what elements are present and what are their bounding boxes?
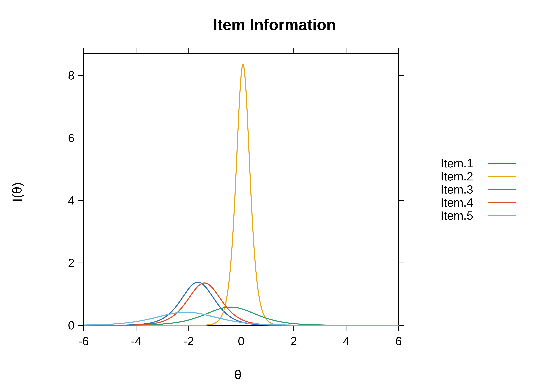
legend-swatch — [488, 176, 516, 177]
legend-swatch — [488, 189, 516, 190]
plot-area — [78, 48, 404, 331]
legend-swatch — [488, 215, 516, 216]
legend-label: Item.2 — [441, 170, 482, 183]
legend-item-1: Item.1 — [441, 157, 516, 170]
legend-label: Item.1 — [441, 157, 482, 170]
legend-item-3: Item.3 — [441, 183, 516, 196]
x-axis-label: θ — [234, 367, 242, 382]
x-tick-label: -4 — [131, 335, 141, 348]
series-line-2 — [84, 65, 399, 325]
plot-svg — [78, 48, 404, 331]
legend-label: Item.3 — [441, 183, 482, 196]
legend-swatch — [488, 163, 516, 164]
legend-item-4: Item.4 — [441, 196, 516, 209]
legend-label: Item.5 — [441, 209, 482, 222]
legend-item-2: Item.2 — [441, 170, 516, 183]
chart-title: Item Information — [0, 16, 549, 34]
x-tick-label: -6 — [78, 335, 89, 348]
legend: Item.1Item.2Item.3Item.4Item.5 — [441, 157, 516, 222]
x-tick-label: 2 — [290, 335, 297, 348]
x-tick-label: 0 — [238, 335, 244, 348]
series-line-4 — [84, 283, 399, 325]
legend-swatch — [488, 202, 516, 203]
y-tick-label: 2 — [68, 256, 75, 270]
x-tick-label: 6 — [395, 335, 402, 348]
legend-item-5: Item.5 — [441, 209, 516, 222]
legend-label: Item.4 — [441, 196, 482, 209]
x-tick-label: -2 — [183, 335, 194, 348]
y-axis-label: I(θ) — [10, 182, 25, 202]
y-tick-label: 6 — [68, 131, 75, 145]
y-tick-label: 8 — [68, 69, 75, 82]
chart-page: Item Information I(θ) θ Item.1Item.2Item… — [0, 0, 549, 392]
x-tick-label: 4 — [343, 335, 349, 348]
y-tick-label: 4 — [68, 194, 75, 207]
y-tick-label: 0 — [68, 319, 75, 332]
svg-rect-0 — [84, 54, 399, 325]
